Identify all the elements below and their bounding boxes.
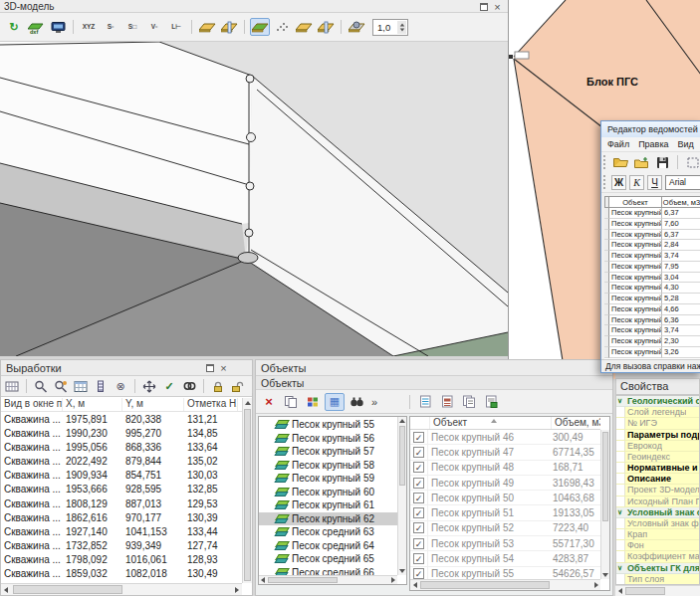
s-plan-icon[interactable]: S▫ bbox=[101, 18, 120, 36]
open-file-icon[interactable] bbox=[611, 154, 629, 171]
column-header[interactable] bbox=[410, 417, 430, 429]
object-colors-icon[interactable] bbox=[303, 393, 323, 411]
new-from-template-icon[interactable] bbox=[632, 154, 650, 171]
l-length-icon[interactable]: L⊢ bbox=[166, 18, 186, 36]
zoom-settings-icon[interactable] bbox=[52, 378, 70, 394]
table-row[interactable]: Скважина ...2022,492879,844135,02 bbox=[1, 454, 242, 468]
table-row[interactable]: Песок крупный 25,28 bbox=[604, 294, 700, 304]
report-bank-icon[interactable] bbox=[437, 393, 457, 411]
column-header[interactable]: Объект bbox=[609, 196, 662, 208]
object-list-item[interactable]: Песок средний 66 bbox=[259, 566, 397, 576]
column-header[interactable]: Объект bbox=[430, 417, 552, 429]
table-row[interactable]: ✓Песок крупный 4767714,35 bbox=[410, 445, 600, 460]
table-row[interactable]: Песок крупный 24,30 bbox=[604, 283, 700, 294]
table-row[interactable]: Скважина ...1995,056868,336133,64 bbox=[1, 440, 242, 454]
table-row[interactable]: Песок крупный 33,26 bbox=[604, 347, 700, 358]
vertical-scrollbar[interactable] bbox=[600, 430, 609, 579]
lock-icon[interactable] bbox=[209, 378, 227, 394]
close-panel-button[interactable] bbox=[493, 2, 502, 12]
table-row[interactable]: ✓Песок крупный 5355717,30 bbox=[410, 536, 600, 551]
layer-top-icon[interactable] bbox=[294, 18, 314, 36]
table-row[interactable]: ✓Песок крупный 544283,87 bbox=[410, 551, 600, 566]
borehole-column-icon[interactable] bbox=[92, 378, 110, 394]
toolbar-grip[interactable] bbox=[603, 175, 607, 189]
font-family-select[interactable]: Arial bbox=[665, 175, 700, 190]
table-row[interactable]: Песок крупный 26,36 bbox=[604, 315, 700, 326]
table-row[interactable]: Скважина ...1808,129887,013129,53 bbox=[1, 497, 242, 510]
table-view-icon[interactable] bbox=[72, 378, 90, 394]
property-row[interactable]: Нормативные и ра bbox=[616, 463, 699, 474]
layer-sphere-icon[interactable] bbox=[347, 18, 366, 36]
search-binoculars-icon[interactable] bbox=[347, 393, 366, 411]
layer-section-icon[interactable] bbox=[219, 18, 239, 36]
delete-object-icon[interactable]: × bbox=[259, 393, 279, 411]
underline-button[interactable]: Ч bbox=[647, 175, 662, 190]
object-list-item[interactable]: Песок крупный 60 bbox=[259, 486, 397, 499]
report-export-icon[interactable] bbox=[481, 393, 501, 411]
object-list-item[interactable]: Песок средний 63 bbox=[259, 525, 397, 539]
row-checkbox[interactable]: ✓ bbox=[413, 493, 424, 503]
row-checkbox[interactable]: ✓ bbox=[413, 447, 424, 458]
property-row[interactable]: Исходный План Ге bbox=[616, 497, 699, 507]
column-header[interactable]: X, м bbox=[63, 398, 122, 411]
table-row[interactable]: Скважина ...1732,852939,349127,74 bbox=[1, 538, 242, 552]
table-row[interactable]: Скважина ...1990,230995,270134,85 bbox=[1, 426, 242, 440]
table-row[interactable]: ✓Песок крупный 4931698,43 bbox=[410, 476, 600, 491]
table-row[interactable]: Скважина ...1798,0921016,061128,93 bbox=[1, 553, 242, 567]
property-row[interactable]: Условный знак ф bbox=[616, 518, 699, 529]
row-checkbox[interactable]: ✓ bbox=[413, 553, 424, 564]
window-titlebar[interactable]: Редактор ведомостей - bbox=[601, 121, 700, 137]
property-row[interactable]: Описание bbox=[616, 474, 699, 485]
table-mode-icon[interactable]: ▦ bbox=[325, 393, 345, 411]
table-row[interactable]: Скважина ...1909,934854,751130,03 bbox=[1, 469, 242, 483]
italic-button[interactable]: К bbox=[629, 175, 644, 190]
table-row[interactable]: Скважина ...1975,891820,338131,21 bbox=[1, 412, 242, 426]
bold-button[interactable]: Ж bbox=[611, 175, 626, 190]
object-list-item[interactable]: Песок средний 65 bbox=[259, 552, 397, 566]
float-panel-button[interactable] bbox=[480, 3, 488, 11]
row-checkbox[interactable]: ✓ bbox=[413, 432, 424, 443]
menu-file[interactable]: Файл bbox=[607, 139, 629, 149]
link-icon[interactable] bbox=[180, 378, 198, 394]
spinner-arrows[interactable] bbox=[397, 21, 406, 34]
row-checkbox[interactable]: ✓ bbox=[413, 507, 424, 518]
remove-point-icon[interactable]: ⊗ bbox=[112, 378, 129, 394]
table-row[interactable]: Песок крупный 23,74 bbox=[604, 251, 700, 262]
object-list-item[interactable]: Песок крупный 56 bbox=[259, 432, 397, 446]
zoom-to-selected-icon[interactable] bbox=[32, 378, 50, 394]
horizontal-scrollbar[interactable] bbox=[259, 575, 397, 584]
v-volume-icon[interactable]: V▫ bbox=[144, 18, 164, 36]
dxf-export-icon[interactable]: dxf bbox=[26, 18, 46, 36]
borehole-table-icon[interactable] bbox=[3, 378, 21, 394]
points-cloud-icon[interactable] bbox=[272, 18, 292, 36]
toolbar-grip[interactable] bbox=[603, 155, 607, 169]
table-row[interactable]: Песок крупный 23,04 bbox=[604, 273, 700, 284]
property-row[interactable]: Фон bbox=[616, 540, 699, 551]
column-header[interactable]: Отметка H, м bbox=[184, 398, 238, 411]
table-row[interactable]: Песок крупный 22,84 bbox=[604, 240, 700, 251]
unlock-icon[interactable] bbox=[229, 378, 247, 394]
table-row[interactable]: ✓Песок крупный 5119133,05 bbox=[410, 505, 600, 520]
table-row[interactable]: Скважина ...1927,1401041,153133,44 bbox=[1, 524, 242, 538]
table-row[interactable]: ✓Песок крупный 527223,40 bbox=[410, 521, 600, 536]
menu-view[interactable]: Вид bbox=[678, 139, 694, 149]
object-list-item[interactable]: Песок крупный 59 bbox=[259, 472, 397, 486]
menu-edit[interactable]: Правка bbox=[638, 139, 668, 149]
property-row[interactable]: Тип слоя bbox=[616, 574, 699, 585]
object-list-item[interactable]: Песок крупный 62 bbox=[259, 512, 397, 526]
s-area-icon[interactable]: S□ bbox=[122, 18, 142, 36]
object-list-item[interactable]: Песок крупный 58 bbox=[259, 459, 397, 473]
layer-flat-icon[interactable] bbox=[197, 18, 217, 36]
property-row[interactable]: Геоиндекс bbox=[616, 452, 699, 463]
object-list-item[interactable]: Песок крупный 61 bbox=[259, 498, 397, 512]
column-header[interactable]: Вид в окне плана bbox=[1, 398, 63, 411]
row-checkbox[interactable]: ✓ bbox=[413, 568, 424, 579]
report-copy-icon[interactable] bbox=[459, 393, 479, 411]
refresh-icon[interactable]: ↻ bbox=[4, 18, 24, 36]
horizontal-scrollbar[interactable] bbox=[1, 583, 242, 595]
select-cells-icon[interactable] bbox=[684, 154, 700, 171]
table-row[interactable]: Песок крупный 26,37 bbox=[604, 230, 700, 241]
table-row[interactable]: ✓Песок крупный 5554626,57 bbox=[410, 567, 600, 579]
property-group[interactable]: ∨Объекты ГК для ф bbox=[616, 563, 699, 574]
property-row[interactable]: Еврокод bbox=[616, 441, 699, 452]
